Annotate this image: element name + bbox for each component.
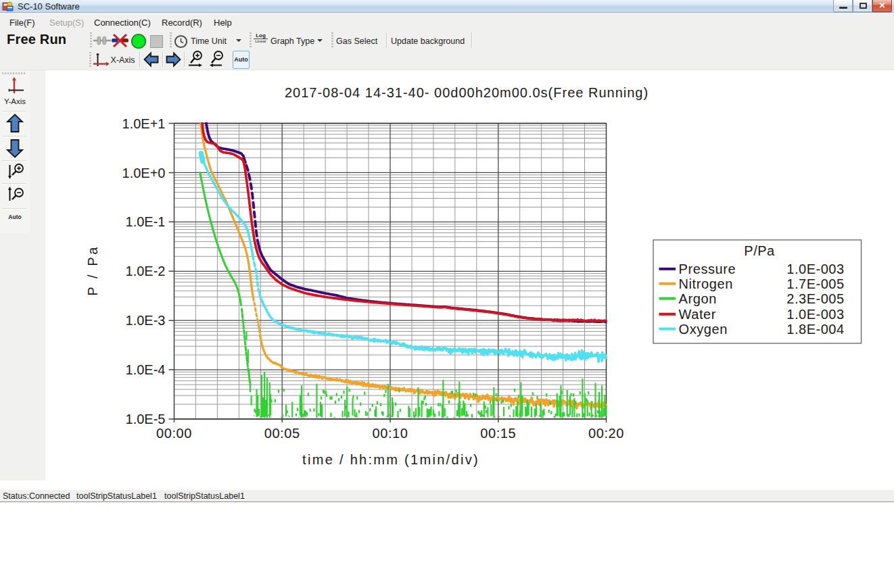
svg-text:Oxygen: Oxygen <box>679 322 728 337</box>
svg-text:Nitrogen: Nitrogen <box>679 276 733 291</box>
svg-text:1.7E-005: 1.7E-005 <box>786 276 844 291</box>
svg-text:1.0E-003: 1.0E-003 <box>786 262 844 276</box>
svg-text:00:15: 00:15 <box>480 426 516 441</box>
svg-text:P / Pa: P / Pa <box>85 245 100 296</box>
svg-text:00:10: 00:10 <box>372 426 408 441</box>
svg-text:Pressure: Pressure <box>679 262 736 276</box>
svg-text:1.8E-004: 1.8E-004 <box>786 322 844 337</box>
svg-text:1.0E-2: 1.0E-2 <box>126 264 166 278</box>
svg-text:00:20: 00:20 <box>588 426 624 441</box>
svg-text:1.0E-1: 1.0E-1 <box>126 214 166 229</box>
svg-text:1.0E+0: 1.0E+0 <box>122 166 166 180</box>
svg-text:Water: Water <box>679 307 717 322</box>
svg-text:1.0E-4: 1.0E-4 <box>126 362 166 377</box>
svg-text:2017-08-04 14-31-40- 00d00h20m: 2017-08-04 14-31-40- 00d00h20m00.0s(Free… <box>285 85 649 100</box>
svg-text:P/Pa: P/Pa <box>744 243 775 258</box>
svg-text:time / hh:mm (1min/div): time / hh:mm (1min/div) <box>302 452 479 467</box>
svg-text:2.3E-005: 2.3E-005 <box>786 291 844 306</box>
svg-text:00:05: 00:05 <box>264 426 300 441</box>
svg-text:1.0E-003: 1.0E-003 <box>786 307 844 322</box>
svg-text:1.0E-5: 1.0E-5 <box>126 412 166 426</box>
svg-text:1.0E+1: 1.0E+1 <box>122 116 166 131</box>
svg-text:Argon: Argon <box>679 291 717 306</box>
svg-text:00:00: 00:00 <box>156 426 192 441</box>
svg-text:1.0E-3: 1.0E-3 <box>126 313 166 328</box>
